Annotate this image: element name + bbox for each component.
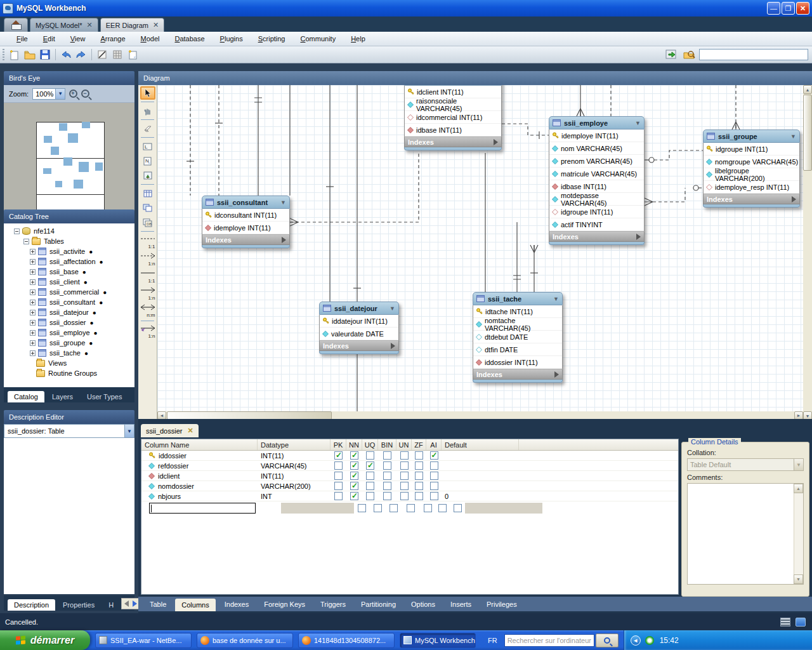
er-column[interactable]: idemploye_resp INT(11) <box>704 181 799 194</box>
list-view-icon[interactable] <box>780 618 790 627</box>
er-indexes-bar[interactable]: Indexes <box>473 369 563 380</box>
expand-icon[interactable] <box>30 269 36 275</box>
tree-item-ssii_commercial[interactable]: ssii_commercial● <box>4 287 134 297</box>
tree-item-schema[interactable]: nfe114 <box>4 226 134 236</box>
menu-database[interactable]: Database <box>167 33 212 44</box>
checkbox-bin[interactable] <box>383 451 391 460</box>
collapse-arrow-icon[interactable]: ▼ <box>553 296 559 302</box>
checkbox-pk[interactable] <box>334 472 343 480</box>
checkbox-nn[interactable] <box>350 472 358 480</box>
grid-header-zf[interactable]: ZF <box>412 439 426 450</box>
expand-icon[interactable] <box>30 259 36 265</box>
scroll-left-icon[interactable] <box>124 600 129 607</box>
checkbox-ai[interactable] <box>430 472 438 480</box>
tray-status-icon[interactable] <box>645 636 654 645</box>
vertical-scrollbar[interactable]: ▲ ▼ <box>803 85 812 420</box>
er-table-header[interactable]: ssii_consultant▼ <box>202 196 290 209</box>
er-column[interactable]: actif TINYINT <box>549 218 644 231</box>
menu-edit[interactable]: Edit <box>36 33 63 44</box>
expand-icon[interactable] <box>30 249 36 255</box>
select-tool[interactable] <box>140 86 155 100</box>
checkbox-nn[interactable] <box>350 492 358 500</box>
er-table-ssii_employe[interactable]: ssii_employe▼idemploye INT(11)nom VARCHA… <box>549 116 645 245</box>
expand-icon[interactable] <box>30 310 36 315</box>
restore-button[interactable]: ❐ <box>782 2 795 15</box>
er-column[interactable]: nomtache VARCHAR(45) <box>473 318 562 331</box>
view-tool[interactable] <box>140 201 155 215</box>
er-column[interactable]: iddatejour INT(11) <box>320 315 398 328</box>
tree-item-ssii_groupe[interactable]: ssii_groupe● <box>4 338 134 348</box>
tab-h[interactable]: H <box>102 599 120 611</box>
checkbox-zf[interactable] <box>415 482 423 490</box>
search-button[interactable] <box>596 633 619 647</box>
checkbox-bin[interactable] <box>383 472 391 480</box>
er-indexes-bar[interactable]: Indexes <box>703 194 800 204</box>
save-button[interactable] <box>38 48 52 61</box>
er-column[interactable]: idgroupe INT(11) <box>549 206 644 218</box>
find-folder-icon[interactable] <box>682 48 696 61</box>
close-button[interactable]: ✕ <box>796 2 809 15</box>
collapse-arrow-icon[interactable]: ▼ <box>790 133 796 140</box>
expand-icon[interactable] <box>30 340 36 346</box>
checkbox-uq[interactable] <box>390 504 398 512</box>
checkbox-uq[interactable] <box>366 472 374 480</box>
checkbox-nn[interactable] <box>350 451 358 460</box>
menu-help[interactable]: Help <box>343 33 373 44</box>
eraser-tool[interactable] <box>140 122 155 135</box>
panel-toggle-icon[interactable] <box>796 618 806 627</box>
er-column[interactable]: idemploye INT(11) <box>202 222 289 234</box>
er-column[interactable]: idemploye INT(11) <box>549 129 644 142</box>
collapse-icon[interactable] <box>23 239 29 244</box>
checkbox-ai[interactable] <box>430 461 438 470</box>
collapse-arrow-icon[interactable]: ▼ <box>280 199 286 206</box>
checkbox-ai[interactable] <box>430 492 438 500</box>
grid-header-nn[interactable]: NN <box>346 439 362 450</box>
zoom-combobox[interactable]: 100% ▼ <box>32 88 65 100</box>
er-table-header[interactable]: ssii_tache▼ <box>473 292 563 305</box>
diagram-canvas[interactable]: ▼idclient INT(11)raisonsociale VARCHAR(4… <box>157 85 803 411</box>
pan-tool[interactable] <box>140 104 155 117</box>
taskbar-button-141848d1304508872-[interactable]: 141848d1304508872... <box>298 633 395 648</box>
note-tool[interactable]: N <box>140 154 155 168</box>
undo-button[interactable] <box>59 48 73 61</box>
grid-header-default[interactable]: Default <box>442 439 519 450</box>
editor-tab-ssii-dossier[interactable]: ssii_dossier ✕ <box>141 424 199 437</box>
checkbox-un[interactable] <box>400 461 409 470</box>
checkbox-un[interactable] <box>424 504 432 512</box>
expand-icon[interactable] <box>30 320 36 326</box>
language-indicator[interactable]: FR <box>485 635 501 646</box>
er-indexes-bar[interactable]: Indexes <box>404 136 502 147</box>
menu-model[interactable]: Model <box>133 33 167 44</box>
grid-button[interactable] <box>110 48 124 61</box>
tab-home[interactable] <box>4 18 28 32</box>
checkbox-zf[interactable] <box>415 492 423 500</box>
grid-row-nomdossier[interactable]: nomdossierVARCHAR(200) <box>141 481 678 491</box>
relation-tool-5-n-m[interactable]: n:m <box>140 302 156 319</box>
relation-tool-1-1-1[interactable]: 1:1 <box>140 234 156 250</box>
expand-icon[interactable] <box>30 289 36 295</box>
new-document-button[interactable] <box>8 48 22 61</box>
grid-row-refdossier[interactable]: refdossierVARCHAR(45) <box>141 461 678 471</box>
checkbox-bin[interactable] <box>383 492 391 500</box>
close-tab-icon[interactable]: ✕ <box>87 21 93 29</box>
expand-icon[interactable] <box>30 300 36 305</box>
editor-tab-indexes[interactable]: Indexes <box>218 598 256 611</box>
er-indexes-bar[interactable]: Indexes <box>319 340 399 351</box>
menu-arrange[interactable]: Arrange <box>93 33 133 44</box>
checkbox-nn[interactable] <box>350 461 358 470</box>
editor-tab-partitioning[interactable]: Partitioning <box>355 598 402 611</box>
checkbox-pk[interactable] <box>358 504 366 512</box>
editor-tab-privileges[interactable]: Privileges <box>480 598 523 611</box>
zoom-out-icon[interactable]: − <box>81 90 89 98</box>
er-column[interactable]: motdepasse VARCHAR(45) <box>549 193 644 206</box>
grid-row-iddossier[interactable]: iddossierINT(11) <box>141 451 678 461</box>
grid-header-ai[interactable]: AI <box>426 439 442 450</box>
toolbar-search-input[interactable] <box>699 49 808 60</box>
grid-header-uq[interactable]: UQ <box>362 439 378 450</box>
tree-item-ssii_base[interactable]: ssii_base● <box>4 267 134 277</box>
grid-header-column-name[interactable]: Column Name <box>141 439 258 450</box>
checkbox-bin[interactable] <box>383 482 391 490</box>
checkbox-zf[interactable] <box>415 451 423 460</box>
checkbox-ai[interactable] <box>430 482 438 490</box>
checkbox-pk[interactable] <box>334 451 343 460</box>
